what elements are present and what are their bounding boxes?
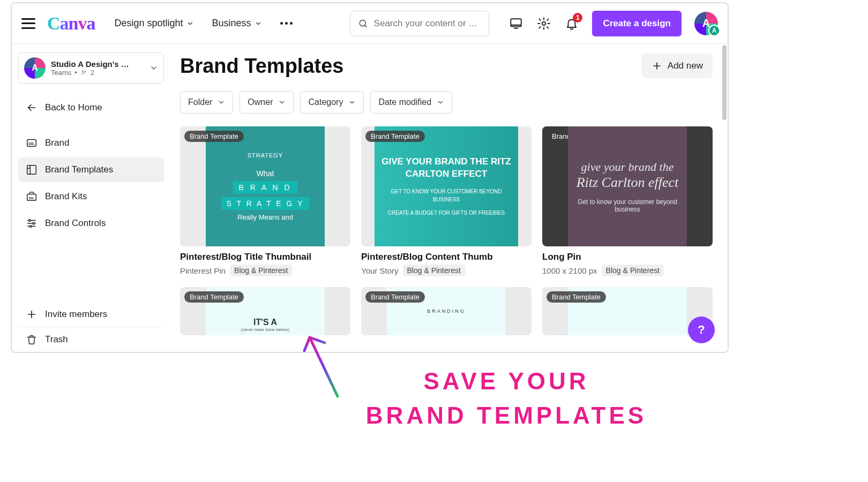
filter-category[interactable]: Category bbox=[300, 91, 364, 114]
template-subtitle: Your Story bbox=[361, 266, 399, 275]
svg-text:co.: co. bbox=[28, 141, 35, 146]
body: A Studio A Design's t… Teams• 2 Back to … bbox=[12, 44, 728, 352]
trash-icon bbox=[26, 334, 38, 345]
template-grid: Brand Template STRATEGY What B R A N D S… bbox=[180, 126, 713, 335]
thumb-text: (never been done before) bbox=[241, 327, 289, 332]
desktop-app-icon[interactable] bbox=[508, 16, 523, 31]
more-menu-icon[interactable] bbox=[280, 22, 293, 25]
sidebar-item-brand-kits[interactable]: co. Brand Kits bbox=[18, 184, 164, 209]
filter-label: Category bbox=[308, 97, 343, 107]
chevron-down-icon bbox=[218, 99, 225, 106]
chevron-down-icon bbox=[437, 99, 444, 106]
thumb-text: B R A N D bbox=[233, 181, 297, 194]
help-button[interactable]: ? bbox=[688, 317, 715, 343]
sidebar-item-label: Brand Kits bbox=[45, 191, 87, 202]
thumb-text: IT'S A bbox=[253, 318, 277, 327]
search-box[interactable] bbox=[350, 11, 489, 36]
template-card[interactable]: Brand Template give your brand the Ritz … bbox=[542, 126, 713, 276]
sidebar-item-brand[interactable]: co. Brand bbox=[18, 131, 164, 155]
thumb-text: GIVE YOUR BRAND THE RITZ CARLTON EFFECT bbox=[380, 156, 512, 179]
notification-badge: 1 bbox=[573, 13, 582, 22]
sidebar-item-label: Brand Templates bbox=[45, 164, 113, 175]
thumb-text: GET TO KNOW YOUR CUSTOMER BEYOND BUSINES… bbox=[380, 187, 512, 204]
brand-kit-icon: co. bbox=[26, 191, 38, 202]
sidebar-item-trash[interactable]: Trash bbox=[18, 327, 164, 352]
nav-label: Business bbox=[212, 18, 251, 29]
search-icon bbox=[358, 18, 368, 29]
template-card[interactable]: Brand Template BRANDING bbox=[361, 287, 532, 335]
filter-owner[interactable]: Owner bbox=[240, 91, 294, 114]
hamburger-menu-icon[interactable] bbox=[21, 18, 35, 29]
annotation-line: BRAND TEMPLATES bbox=[359, 398, 654, 433]
add-new-label: Add new bbox=[668, 61, 703, 71]
chevron-down-icon bbox=[348, 99, 356, 106]
svg-point-2 bbox=[542, 21, 546, 25]
nav-label: Design spotlight bbox=[114, 18, 183, 29]
template-meta: 1000 x 2100 px Blog & Pinterest bbox=[542, 265, 713, 276]
template-title: Long Pin bbox=[542, 252, 713, 262]
template-thumbnail: Brand Template STRATEGY What B R A N D S… bbox=[180, 126, 350, 246]
people-icon bbox=[80, 69, 87, 76]
avatar-team-badge: A bbox=[708, 25, 720, 36]
template-card[interactable]: Brand Template GIVE YOUR BRAND THE RITZ … bbox=[361, 126, 532, 276]
team-switcher[interactable]: A Studio A Design's t… Teams• 2 bbox=[18, 52, 164, 84]
create-design-button[interactable]: Create a design bbox=[592, 11, 682, 36]
sidebar-nav: Back to Home co. Brand Brand Templates c… bbox=[18, 95, 164, 236]
nav-design-spotlight[interactable]: Design spotlight bbox=[114, 18, 193, 29]
brand-template-badge: Brand Template bbox=[365, 291, 425, 303]
sliders-icon bbox=[26, 217, 38, 229]
sidebar-item-brand-controls[interactable]: Brand Controls bbox=[18, 211, 164, 236]
user-avatar[interactable]: A A bbox=[694, 12, 718, 35]
filter-bar: Folder Owner Category Date modified bbox=[180, 91, 713, 114]
template-thumbnail: Brand Template give your brand the Ritz … bbox=[542, 126, 713, 246]
svg-point-11 bbox=[33, 222, 35, 224]
filter-label: Owner bbox=[248, 97, 273, 107]
template-meta: Your Story Blog & Pinterest bbox=[361, 265, 532, 276]
sidebar-item-brand-templates[interactable]: Brand Templates bbox=[18, 157, 164, 182]
sidebar-item-label: Back to Home bbox=[45, 102, 102, 113]
settings-gear-icon[interactable] bbox=[536, 16, 551, 31]
brand-template-badge: Brand Template bbox=[365, 131, 425, 142]
chevron-down-icon bbox=[149, 64, 158, 72]
filter-date-modified[interactable]: Date modified bbox=[370, 91, 452, 114]
template-card[interactable]: Brand Template bbox=[542, 287, 713, 335]
brand-template-badge: Brand Template bbox=[547, 291, 606, 303]
thumb-text: Get to know your customer beyond busines… bbox=[573, 198, 682, 213]
chevron-down-icon bbox=[186, 20, 194, 27]
thumb-text: CREATE A BUDGET FOR GIFTS OR FREEBIES bbox=[388, 209, 505, 217]
arrow-left-icon bbox=[26, 102, 38, 114]
sidebar-item-invite[interactable]: Invite members bbox=[18, 302, 164, 327]
brand-template-badge: Brand Template bbox=[184, 131, 244, 142]
sidebar-item-label: Brand Controls bbox=[45, 218, 106, 229]
brand-icon: co. bbox=[26, 137, 38, 149]
template-card[interactable]: Brand Template STRATEGY What B R A N D S… bbox=[180, 126, 350, 276]
search-input[interactable] bbox=[374, 18, 482, 29]
svg-text:co.: co. bbox=[29, 195, 35, 200]
notifications-bell-icon[interactable]: 1 bbox=[564, 16, 579, 31]
template-card[interactable]: Brand Template IT'S A (never been done b… bbox=[180, 287, 350, 335]
filter-folder[interactable]: Folder bbox=[180, 91, 233, 114]
brand-template-badge: Brand Template bbox=[184, 291, 244, 303]
template-thumbnail: Brand Template BRANDING bbox=[361, 287, 532, 335]
template-folder-chip[interactable]: Blog & Pinterest bbox=[403, 265, 465, 276]
sidebar-item-label: Brand bbox=[45, 138, 69, 148]
template-subtitle: 1000 x 2100 px bbox=[542, 266, 597, 275]
thumb-text: What bbox=[257, 169, 274, 178]
thumb-text: Ritz Carlton effect bbox=[577, 174, 679, 191]
team-meta: Teams• 2 bbox=[51, 69, 144, 77]
sidebar-item-back-home[interactable]: Back to Home bbox=[18, 95, 164, 120]
template-folder-chip[interactable]: Blog & Pinterest bbox=[602, 265, 664, 276]
svg-point-10 bbox=[29, 220, 31, 222]
canva-logo[interactable]: Canva bbox=[47, 13, 95, 34]
annotation-text: SAVE YOUR BRAND TEMPLATES bbox=[359, 364, 654, 433]
template-folder-chip[interactable]: Blog & Pinterest bbox=[230, 265, 292, 276]
add-new-button[interactable]: Add new bbox=[642, 54, 713, 78]
search-container bbox=[350, 11, 489, 36]
nav-business[interactable]: Business bbox=[212, 18, 262, 29]
team-name: Studio A Design's t… bbox=[51, 59, 131, 69]
filter-label: Folder bbox=[188, 97, 212, 107]
team-avatar: A bbox=[24, 57, 46, 79]
template-meta: Pinterest Pin Blog & Pinterest bbox=[180, 265, 350, 276]
svg-rect-7 bbox=[27, 165, 36, 175]
sidebar: A Studio A Design's t… Teams• 2 Back to … bbox=[12, 44, 170, 352]
